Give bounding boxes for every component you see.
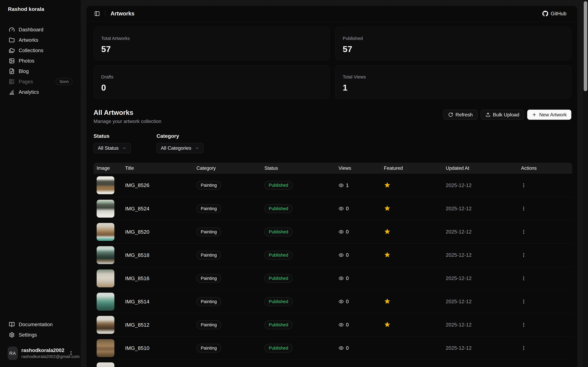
- status-badge: Published: [264, 297, 293, 306]
- bulk-upload-label: Bulk Upload: [493, 112, 519, 117]
- sidebar-item-settings[interactable]: Settings: [7, 330, 75, 340]
- table-row[interactable]: IMG_8520 Painting Published 0 2025-12-12: [94, 220, 572, 243]
- kebab-icon: [521, 322, 526, 327]
- refresh-button[interactable]: Refresh: [443, 110, 478, 120]
- category-badge: Painting: [197, 227, 221, 236]
- artwork-thumbnail[interactable]: [97, 269, 114, 287]
- sidebar-item-label: Pages: [19, 79, 33, 84]
- user-name: rashodkorala2002: [21, 347, 65, 353]
- category-filter-group: Category All Categories: [156, 133, 204, 153]
- table-row[interactable]: IMG_8526 Painting Published 1 2025-12-12: [94, 174, 572, 197]
- updated-at: 2025-12-12: [446, 299, 472, 304]
- table-row[interactable]: IMG_8510 Painting Published 0 2025-12-12: [94, 336, 572, 360]
- table-row[interactable]: IMG_8518 Painting Published 0 2025-12-12: [94, 243, 572, 267]
- artwork-thumbnail[interactable]: [97, 362, 114, 367]
- user-menu-button[interactable]: [69, 350, 74, 356]
- category-badge: Painting: [197, 274, 221, 283]
- sidebar-item-pages[interactable]: Pages Soon: [7, 77, 75, 86]
- row-actions-button[interactable]: [521, 229, 526, 234]
- plus-icon: [532, 112, 537, 117]
- table-row[interactable]: IMG_8512 Painting Published 0 2025-12-12: [94, 313, 572, 336]
- topbar: Artworks GitHub: [86, 6, 578, 22]
- kebab-icon: [521, 229, 526, 234]
- category-badge: Painting: [197, 251, 221, 259]
- category-filter-select[interactable]: All Categories: [156, 143, 204, 153]
- row-actions-button[interactable]: [521, 345, 526, 351]
- new-artwork-button[interactable]: New Artwork: [527, 110, 571, 120]
- views-cell: 0: [338, 322, 381, 328]
- sidebar-item-documentation[interactable]: Documentation: [7, 320, 75, 329]
- column-header-views: Views: [336, 163, 381, 174]
- sidebar-item-analytics[interactable]: Analytics: [7, 87, 75, 97]
- stat-value: 0: [101, 83, 322, 92]
- workspace-title: Rashod korala: [7, 6, 75, 12]
- status-badge: Published: [264, 251, 293, 259]
- featured-star-icon[interactable]: [384, 326, 391, 328]
- section-subtitle: Manage your artwork collection: [94, 118, 161, 124]
- artwork-title: IMG_8514: [125, 299, 149, 304]
- stat-value: 57: [343, 44, 564, 54]
- status-filter-select[interactable]: All Status: [94, 143, 131, 153]
- row-actions-button[interactable]: [521, 322, 526, 327]
- featured-star-icon[interactable]: [384, 233, 391, 235]
- status-badge: Published: [264, 320, 293, 329]
- views-cell: 0: [338, 275, 381, 281]
- artwork-thumbnail[interactable]: [97, 200, 114, 217]
- table-row[interactable]: IMG_8508 Painting Published 0 2025-12-12: [94, 360, 572, 367]
- table-row[interactable]: IMG_8516 Painting Published 0 2025-12-12: [94, 267, 572, 290]
- sidebar-item-blog[interactable]: Blog: [7, 67, 75, 76]
- eye-icon: [338, 345, 344, 351]
- views-count: 0: [346, 299, 349, 304]
- artwork-thumbnail[interactable]: [97, 316, 114, 334]
- eye-icon: [338, 229, 344, 234]
- featured-star-icon[interactable]: [384, 256, 391, 259]
- artwork-title: IMG_8518: [125, 252, 149, 258]
- table-row[interactable]: IMG_8514 Painting Published 0 2025-12-12: [94, 290, 572, 313]
- github-button[interactable]: GitHub: [539, 8, 570, 19]
- views-cell: 0: [338, 206, 381, 211]
- sidebar-item-label: Documentation: [19, 322, 53, 327]
- sidebar-item-collections[interactable]: Collections: [7, 46, 75, 55]
- featured-star-icon[interactable]: [384, 209, 391, 212]
- chevron-down-icon: [195, 146, 199, 150]
- kebab-icon: [521, 345, 526, 351]
- row-actions-button[interactable]: [521, 299, 526, 304]
- views-count: 0: [346, 252, 349, 258]
- views-count: 0: [346, 345, 349, 351]
- eye-icon: [338, 299, 344, 304]
- artwork-thumbnail[interactable]: [97, 246, 114, 264]
- artwork-thumbnail[interactable]: [97, 223, 114, 241]
- row-actions-button[interactable]: [521, 183, 526, 188]
- row-actions-button[interactable]: [521, 252, 526, 258]
- views-count: 0: [346, 229, 349, 235]
- user-profile[interactable]: RA rashodkorala2002 rashodkorala2002@gma…: [7, 345, 75, 361]
- sidebar-toggle-button[interactable]: [94, 11, 100, 16]
- sidebar-item-photos[interactable]: Photos: [7, 56, 75, 66]
- table-row[interactable]: IMG_8524 Painting Published 0 2025-12-12: [94, 197, 572, 220]
- scrollbar-thumb[interactable]: [584, 1, 587, 91]
- artwork-thumbnail[interactable]: [97, 339, 114, 357]
- folders-icon: [9, 48, 15, 53]
- artwork-title: IMG_8520: [125, 229, 149, 235]
- column-header-featured: Featured: [381, 163, 443, 174]
- row-actions-button[interactable]: [521, 206, 526, 211]
- header-divider: [105, 10, 105, 17]
- stat-value: 57: [101, 44, 322, 54]
- kebab-icon: [521, 252, 526, 258]
- upload-icon: [485, 112, 491, 117]
- sidebar: Rashod korala Dashboard Artworks Collect…: [0, 0, 81, 367]
- status-badge: Published: [264, 181, 293, 190]
- sidebar-item-artworks[interactable]: Artworks: [7, 35, 75, 45]
- featured-star-icon[interactable]: [384, 186, 391, 189]
- sidebar-item-label: Settings: [19, 332, 37, 338]
- artwork-thumbnail[interactable]: [97, 176, 114, 194]
- sidebar-item-dashboard[interactable]: Dashboard: [7, 25, 75, 34]
- artwork-thumbnail[interactable]: [97, 293, 114, 311]
- row-actions-button[interactable]: [521, 276, 526, 281]
- category-badge: Painting: [197, 297, 221, 306]
- stat-card-published: Published 57: [335, 27, 571, 60]
- bulk-upload-button[interactable]: Bulk Upload: [481, 110, 524, 120]
- artwork-title: IMG_8510: [125, 345, 149, 351]
- views-count: 0: [346, 275, 349, 281]
- featured-star-icon[interactable]: [384, 302, 391, 305]
